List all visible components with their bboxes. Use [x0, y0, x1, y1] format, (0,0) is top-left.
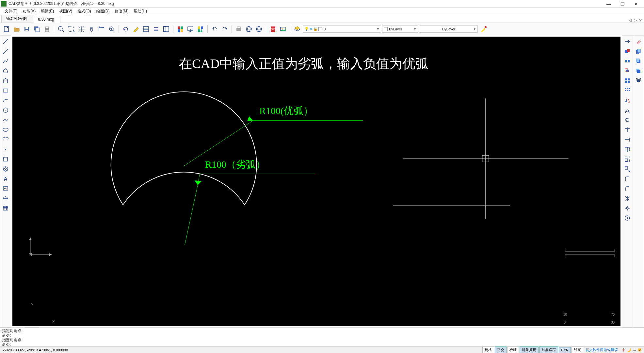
- save-as-button[interactable]: [32, 25, 41, 34]
- spline-tool[interactable]: [1, 115, 10, 125]
- tab-nav-close[interactable]: ✕: [638, 18, 643, 23]
- table-tool[interactable]: [1, 204, 10, 213]
- tray-cloud-icon[interactable]: ☁: [633, 348, 636, 352]
- tray-face-icon[interactable]: 🐱: [637, 348, 642, 352]
- minimize-button[interactable]: —: [605, 1, 613, 7]
- menu-view[interactable]: 视图(V): [56, 8, 75, 15]
- layers-button[interactable]: [293, 25, 302, 34]
- extend-tool[interactable]: [623, 135, 632, 144]
- bring-front-tool[interactable]: [634, 66, 643, 76]
- doc-tab-file[interactable]: 8.30.mxg: [34, 16, 60, 23]
- menu-format[interactable]: 格式(O): [75, 8, 93, 15]
- break-tool[interactable]: [623, 145, 632, 154]
- command-area[interactable]: 指定对角点: 命令: 指定对角点: 命令:: [0, 328, 644, 346]
- arc-tool[interactable]: [1, 96, 10, 105]
- polygon-tool[interactable]: [1, 66, 10, 76]
- menu-function[interactable]: 功能(A): [20, 8, 38, 15]
- close-button[interactable]: ✕: [632, 1, 640, 7]
- send-back-tool[interactable]: [634, 57, 643, 66]
- scale-tool[interactable]: [623, 155, 632, 164]
- zoom-all-button[interactable]: [77, 25, 86, 34]
- highlighter-button[interactable]: [131, 25, 140, 34]
- pan-button[interactable]: [87, 25, 96, 34]
- text-tool[interactable]: A: [1, 174, 10, 183]
- match-props-button[interactable]: [479, 25, 488, 34]
- status-grid[interactable]: 栅格: [482, 346, 494, 353]
- chamfer-tool[interactable]: [623, 184, 632, 193]
- menu-draw[interactable]: 绘图(D): [94, 8, 112, 15]
- rotate-copy-tool[interactable]: [623, 66, 632, 76]
- maximize-button[interactable]: ❐: [619, 1, 626, 7]
- rectangle-fill-tool[interactable]: [1, 76, 10, 85]
- new-file-button[interactable]: [2, 25, 11, 34]
- drawing-canvas[interactable]: 在CAD中输入正值为劣弧，输入负值为优弧 R100(优弧） R100（劣弧）: [12, 37, 620, 326]
- circle-tool[interactable]: [1, 106, 10, 115]
- move-tool[interactable]: [623, 37, 632, 46]
- hatch-tool[interactable]: [1, 164, 10, 174]
- line-tool[interactable]: [1, 37, 10, 46]
- menu-help[interactable]: 帮助(H): [131, 8, 150, 15]
- polyline-tool[interactable]: [1, 57, 10, 66]
- rectangle-tool[interactable]: [1, 86, 10, 95]
- pdf-button[interactable]: PDF: [268, 25, 278, 34]
- mirror-tool[interactable]: [623, 96, 632, 105]
- undo-button[interactable]: [210, 25, 219, 34]
- palette2-button[interactable]: [196, 25, 205, 34]
- ime-indicator[interactable]: 中: [622, 347, 625, 352]
- edit-tool[interactable]: [623, 204, 632, 213]
- set-origin-tool[interactable]: [623, 213, 632, 223]
- print-button[interactable]: [42, 25, 52, 34]
- copy-multi-tool[interactable]: [623, 47, 632, 56]
- list-button[interactable]: [152, 25, 161, 34]
- menu-file[interactable]: 文件(F): [2, 8, 20, 15]
- rotate-tool[interactable]: [623, 115, 632, 125]
- image-insert-tool[interactable]: [1, 184, 10, 193]
- offset-tool[interactable]: [623, 106, 632, 115]
- point-tool[interactable]: [1, 145, 10, 154]
- array-tool[interactable]: [623, 86, 632, 95]
- tab-nav-prev[interactable]: ◁: [628, 18, 632, 23]
- scale-squares-tool[interactable]: [623, 76, 632, 85]
- fillet-tool[interactable]: [623, 174, 632, 183]
- status-dyn[interactable]: DYN: [559, 347, 571, 353]
- tab-nav-next[interactable]: ▷: [633, 18, 637, 23]
- measure-button[interactable]: [97, 25, 106, 34]
- color-combo[interactable]: ByLayer ▼: [382, 25, 418, 33]
- web2-button[interactable]: [254, 25, 264, 34]
- open-file-button[interactable]: [12, 25, 21, 34]
- stretch-tool[interactable]: [623, 57, 632, 66]
- palette1-button[interactable]: [176, 25, 185, 34]
- export-image-button[interactable]: [186, 25, 195, 34]
- zoom-window-button[interactable]: [56, 25, 66, 34]
- ellipse-arc-tool[interactable]: [1, 135, 10, 144]
- layers-panel-button[interactable]: [162, 25, 171, 34]
- status-polar[interactable]: 极轴: [507, 346, 519, 353]
- tray-moon-icon[interactable]: 🌙: [627, 348, 631, 352]
- zoom-realtime-button[interactable]: [107, 25, 116, 34]
- regen-button[interactable]: [121, 25, 130, 34]
- doc-tab-cloud[interactable]: MxCAD云图: [1, 15, 33, 23]
- linetype-combo[interactable]: ByLayer ▼: [419, 25, 478, 33]
- erase-tool[interactable]: [634, 37, 643, 46]
- status-ortho[interactable]: 正交: [495, 346, 507, 353]
- menu-modify[interactable]: 修改(M): [112, 8, 131, 15]
- group-tool[interactable]: [634, 76, 643, 85]
- redo-button[interactable]: [220, 25, 229, 34]
- ellipse-tool[interactable]: [1, 125, 10, 134]
- web1-button[interactable]: [244, 25, 253, 34]
- layer-combo[interactable]: 💡❄🔓 0 ▼: [303, 25, 381, 33]
- status-otrack[interactable]: 对象追踪: [539, 346, 558, 353]
- status-osnap[interactable]: 对象捕捉: [520, 346, 539, 353]
- properties-button[interactable]: [141, 25, 151, 34]
- menu-edit[interactable]: 编辑(E): [38, 8, 56, 15]
- zoom-extents-button[interactable]: [67, 25, 76, 34]
- save-button[interactable]: [22, 25, 31, 34]
- image-button[interactable]: [279, 25, 288, 34]
- status-feedback-link[interactable]: 提交软件问题或建议: [584, 347, 620, 352]
- align-tool[interactable]: [623, 164, 632, 174]
- copy-tool[interactable]: [634, 47, 643, 56]
- dimension-tool[interactable]: A: [1, 194, 10, 203]
- status-lweight[interactable]: 线宽: [572, 346, 583, 353]
- trim-tool[interactable]: [623, 125, 632, 134]
- block-insert-tool[interactable]: [1, 155, 10, 164]
